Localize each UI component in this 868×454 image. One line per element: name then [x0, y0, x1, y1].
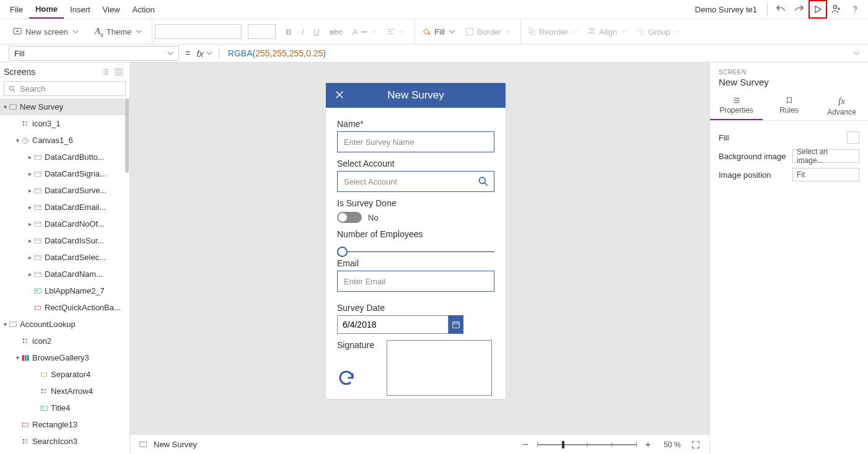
signature-reset-button[interactable] — [337, 369, 374, 387]
employees-slider[interactable] — [337, 251, 494, 252]
theme-button[interactable]: Aa Theme — [91, 24, 146, 40]
tree-item[interactable]: NextArrow4 — [0, 383, 129, 399]
group-button[interactable]: Group — [633, 25, 683, 39]
tree-expander[interactable]: ▾ — [1, 321, 9, 328]
list-view-icon[interactable] — [101, 68, 110, 76]
zoom-slider[interactable] — [537, 444, 636, 445]
tree-search-input[interactable]: Search — [4, 81, 126, 96]
tab-properties[interactable]: Properties — [710, 92, 763, 120]
fx-icon: fx — [838, 96, 845, 107]
tree-expander[interactable]: ▸ — [26, 154, 33, 160]
survey-done-toggle[interactable] — [337, 212, 362, 223]
tree-expander[interactable]: ▸ — [26, 220, 33, 227]
undo-button[interactable] — [771, 0, 790, 19]
tree-node-label: DataCardSurve... — [45, 186, 107, 195]
tree-item[interactable]: ▾AccountLookup — [0, 316, 129, 333]
slider-thumb[interactable] — [337, 247, 348, 257]
grid-view-icon[interactable] — [115, 68, 123, 76]
svg-rect-4 — [467, 28, 473, 35]
tree-item[interactable]: ▸DataCardSurve... — [0, 182, 129, 199]
redo-button[interactable] — [790, 0, 809, 19]
email-input[interactable] — [337, 271, 494, 292]
survey-name-input[interactable] — [337, 131, 494, 152]
tree-expander[interactable]: ▾ — [14, 137, 21, 144]
signature-pad[interactable] — [387, 340, 492, 396]
account-lookup-input[interactable] — [337, 171, 494, 192]
tree-item[interactable]: LblAppName2_7 — [0, 282, 129, 299]
tree-expander[interactable]: ▸ — [26, 254, 33, 261]
font-family-select[interactable] — [155, 24, 242, 39]
strike-button[interactable]: abc — [326, 25, 346, 39]
tree-expander[interactable]: ▸ — [26, 204, 33, 211]
play-preview-button[interactable] — [809, 0, 827, 19]
tree-item[interactable]: ▾?Canvas1_6 — [0, 132, 129, 149]
italic-button[interactable]: I — [298, 25, 308, 39]
text-align-button[interactable] — [383, 25, 408, 38]
font-size-select[interactable] — [248, 24, 276, 39]
menu-home[interactable]: Home — [29, 1, 64, 19]
tree-expander[interactable]: ▸ — [26, 237, 33, 244]
tree-expander[interactable]: ▸ — [26, 187, 33, 194]
formula-input[interactable]: RGBA(255,255,255,0.25) — [226, 48, 847, 59]
tree-expander[interactable]: ▸ — [26, 170, 33, 177]
tree-item[interactable]: Rectangle13 — [0, 416, 129, 433]
menu-file[interactable]: File — [4, 1, 29, 18]
fill-label: Fill — [434, 27, 445, 37]
fullscreen-icon[interactable] — [691, 440, 701, 450]
canvas-status-bar: New Survey − + 50 % — [130, 434, 709, 454]
menu-insert[interactable]: Insert — [64, 1, 97, 18]
property-selector[interactable]: Fill — [9, 46, 179, 61]
prop-imgpos-select[interactable]: Fit — [792, 168, 859, 181]
canvas-stage[interactable]: New Survey Name* Select Account Is Surve… — [130, 63, 709, 434]
tree-item[interactable]: ▾New Survey — [0, 98, 129, 115]
tree-item[interactable]: ▸DataCardSelec... — [0, 249, 129, 266]
zoom-in-button[interactable]: + — [642, 439, 654, 450]
underline-button[interactable]: U — [310, 25, 323, 39]
tab-advanced[interactable]: fx Advance — [815, 92, 868, 120]
menu-view[interactable]: View — [97, 1, 126, 18]
bold-button[interactable]: B — [282, 25, 295, 39]
prop-imgpos-label: Image position — [719, 170, 771, 180]
prop-bgimg-select[interactable]: Select an image... — [792, 149, 859, 163]
tree-item[interactable]: SearchIcon3 — [0, 433, 129, 450]
tree-item[interactable]: ▸DataCardButto... — [0, 149, 129, 165]
tree-expander[interactable]: ▾ — [14, 354, 21, 361]
tree-item[interactable]: Separator4 — [0, 366, 129, 383]
tree-item[interactable]: Title4 — [0, 399, 129, 416]
date-picker-button[interactable] — [449, 315, 463, 334]
more-button[interactable] — [846, 0, 864, 19]
formula-expand-icon[interactable] — [853, 50, 859, 56]
tree-item[interactable]: ▸DataCardNoOf... — [0, 216, 129, 232]
tree-item[interactable]: ▾BrowseGallery3 — [0, 349, 129, 366]
tree-item[interactable]: ▸DataCardSigna... — [0, 165, 129, 182]
prop-fill-swatch[interactable] — [847, 131, 859, 144]
align-button[interactable]: Align — [584, 25, 630, 39]
close-button[interactable] — [332, 87, 347, 102]
svg-rect-11 — [116, 72, 118, 75]
svg-point-47 — [26, 439, 27, 440]
svg-rect-14 — [10, 104, 17, 109]
survey-date-input[interactable] — [337, 315, 449, 334]
tree-scrollbar-thumb[interactable] — [125, 98, 129, 173]
tree-item[interactable]: icon3_1 — [0, 115, 129, 132]
screens-tree[interactable]: ▾New Surveyicon3_1▾?Canvas1_6▸DataCardBu… — [0, 98, 129, 454]
tree-item[interactable]: ▸DataCardEmail... — [0, 199, 129, 216]
new-screen-button[interactable]: New screen — [9, 24, 82, 39]
search-icon[interactable] — [477, 175, 489, 188]
tab-rules[interactable]: Rules — [763, 92, 815, 120]
tree-expander[interactable]: ▸ — [26, 271, 33, 277]
reorder-button[interactable]: Reorder — [524, 25, 581, 39]
tree-item[interactable]: ▸DataCardNam... — [0, 266, 129, 282]
tree-item[interactable]: RectQuickActionBa... — [0, 299, 129, 316]
tree-expander[interactable]: ▾ — [1, 103, 9, 110]
zoom-out-button[interactable]: − — [520, 439, 531, 450]
tree-item[interactable]: icon2 — [0, 333, 129, 349]
font-color-button[interactable]: A — [349, 25, 381, 39]
help-icon — [851, 4, 859, 15]
fx-label[interactable]: fx — [196, 48, 219, 59]
menu-action[interactable]: Action — [126, 1, 161, 18]
border-button[interactable]: Border — [462, 25, 514, 39]
share-button[interactable] — [827, 0, 846, 19]
fill-button[interactable]: Fill — [418, 24, 459, 39]
tree-item[interactable]: ▸DataCardIsSur... — [0, 232, 129, 249]
